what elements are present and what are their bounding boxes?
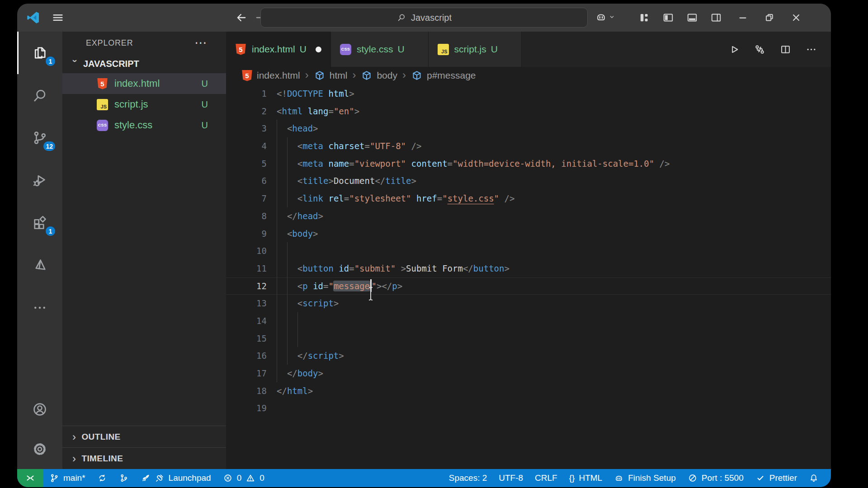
line-number[interactable]: 11 xyxy=(226,260,267,277)
line-number[interactable]: 19 xyxy=(226,399,267,417)
line-number[interactable]: 10 xyxy=(226,242,267,260)
line-content[interactable] xyxy=(267,399,277,417)
status-copilot-setup[interactable]: Finish Setup xyxy=(608,469,682,487)
timeline-section[interactable]: › TIMELINE xyxy=(62,447,226,469)
status-remote[interactable] xyxy=(17,469,43,487)
toggle-panel-icon[interactable] xyxy=(686,12,698,23)
line-number[interactable]: 9 xyxy=(226,225,267,243)
line-content[interactable]: <meta name="viewport" content="width=dev… xyxy=(267,155,670,173)
code-line-7[interactable]: 7 <link rel="stylesheet" href="style.css… xyxy=(226,190,831,207)
breadcrumb-item-body[interactable]: body xyxy=(361,70,397,81)
file-index.html[interactable]: 5index.htmlU xyxy=(62,73,226,94)
status-problems[interactable]: 00 xyxy=(217,469,270,487)
activity-settings[interactable] xyxy=(17,429,62,469)
code-line-2[interactable]: 2<html lang="en"> xyxy=(226,103,831,120)
line-content[interactable]: <link rel="stylesheet" href="style.css" … xyxy=(267,190,514,207)
line-content[interactable]: </body> xyxy=(267,365,323,382)
line-number[interactable]: 14 xyxy=(226,312,267,330)
status-sync[interactable] xyxy=(91,469,113,487)
line-number[interactable]: 12 xyxy=(226,277,267,295)
run-file-icon[interactable] xyxy=(728,43,740,56)
code-line-14[interactable]: 14 xyxy=(226,312,831,330)
activity-source-control[interactable]: 12 xyxy=(17,117,62,159)
status-scm-graph[interactable] xyxy=(113,469,135,487)
toggle-secondary-sidebar-icon[interactable] xyxy=(710,12,722,23)
more-actions-icon[interactable] xyxy=(805,43,817,56)
line-content[interactable]: <body> xyxy=(267,225,318,243)
activity-prism[interactable] xyxy=(17,244,62,286)
code-line-1[interactable]: 1<!DOCTYPE html> xyxy=(226,85,831,103)
line-content[interactable]: <html lang="en"> xyxy=(267,103,359,120)
code-line-18[interactable]: 18</html> xyxy=(226,382,831,400)
tab-index.html[interactable]: 5index.htmlU xyxy=(226,32,331,67)
activity-search[interactable] xyxy=(17,74,62,117)
line-content[interactable] xyxy=(267,242,277,260)
code-line-8[interactable]: 8 </head> xyxy=(226,207,831,225)
line-content[interactable]: <meta charset="UTF-8" /> xyxy=(267,137,421,155)
code-line-16[interactable]: 16 </script> xyxy=(226,347,831,365)
line-content[interactable]: </html> xyxy=(267,382,313,400)
status-language-mode[interactable]: {}HTML xyxy=(563,469,608,487)
breadcrumb-item-html[interactable]: html xyxy=(314,70,348,81)
code-line-15[interactable]: 15 xyxy=(226,330,831,347)
outline-section[interactable]: › OUTLINE xyxy=(62,426,226,447)
status-indentation[interactable]: Spaces: 2 xyxy=(443,469,493,487)
code-line-17[interactable]: 17 </body> xyxy=(226,365,831,382)
status-eol[interactable]: CRLF xyxy=(529,469,563,487)
line-content[interactable] xyxy=(267,312,277,330)
activity-run-debug[interactable] xyxy=(17,159,62,202)
status-prettier[interactable]: Prettier xyxy=(750,469,803,487)
status-live-server-port[interactable]: Port : 5500 xyxy=(682,469,750,487)
activity-explorer[interactable]: 1 xyxy=(17,32,62,74)
status-notifications[interactable] xyxy=(803,469,825,487)
link-text[interactable]: style.css xyxy=(448,193,494,203)
line-number[interactable]: 17 xyxy=(226,365,267,382)
restore-icon[interactable] xyxy=(764,12,775,23)
copilot-button[interactable] xyxy=(595,11,616,23)
line-content[interactable]: <button id="submit" >Submit Form</button… xyxy=(267,260,509,277)
tab-script.js[interactable]: JSscript.jsU xyxy=(429,32,522,67)
code-line-10[interactable]: 10 xyxy=(226,242,831,260)
line-number[interactable]: 13 xyxy=(226,295,267,312)
line-content[interactable] xyxy=(267,330,277,347)
code-line-9[interactable]: 9 <body> xyxy=(226,225,831,243)
activity-more[interactable] xyxy=(17,286,62,329)
line-number[interactable]: 15 xyxy=(226,330,267,347)
folder-javascript[interactable]: › JAVASCRIPT xyxy=(62,54,226,73)
split-editor-icon[interactable] xyxy=(779,43,792,56)
code-editor[interactable]: 1<!DOCTYPE html>2<html lang="en">3 <head… xyxy=(226,84,831,469)
customize-layout-icon[interactable] xyxy=(638,12,650,23)
line-number[interactable]: 2 xyxy=(226,103,267,120)
code-line-12[interactable]: 12 <p id="message"></p> xyxy=(226,277,831,295)
minimize-icon[interactable] xyxy=(737,12,749,23)
code-line-5[interactable]: 5 <meta name="viewport" content="width=d… xyxy=(226,155,831,173)
code-line-13[interactable]: 13 <script> xyxy=(226,295,831,312)
file-style.css[interactable]: CSSstyle.cssU xyxy=(62,115,226,136)
line-number[interactable]: 3 xyxy=(226,120,267,137)
activity-account[interactable] xyxy=(17,389,62,429)
activity-extensions[interactable]: 1 xyxy=(17,202,62,244)
status-git-branch[interactable]: main* xyxy=(43,469,91,487)
line-number[interactable]: 6 xyxy=(226,172,267,190)
search-input[interactable]: Javascript xyxy=(260,8,588,28)
tab-style.css[interactable]: CSSstyle.cssU xyxy=(331,32,429,67)
back-icon[interactable] xyxy=(235,11,248,24)
file-script.js[interactable]: JSscript.jsU xyxy=(62,94,226,115)
line-content[interactable]: <script> xyxy=(267,295,339,312)
close-icon[interactable] xyxy=(790,12,802,23)
breadcrumb-item-index.html[interactable]: 5index.html xyxy=(241,70,300,81)
toggle-sidebar-icon[interactable] xyxy=(662,12,674,23)
line-number[interactable]: 4 xyxy=(226,137,267,155)
line-content[interactable]: </head> xyxy=(267,207,323,225)
explorer-more-actions[interactable]: ⋯ xyxy=(194,41,214,45)
menu-icon[interactable] xyxy=(52,11,64,24)
code-line-19[interactable]: 19 xyxy=(226,399,831,417)
line-content[interactable]: <!DOCTYPE html> xyxy=(267,85,354,103)
line-content[interactable]: <title>Document</title> xyxy=(267,172,416,190)
code-line-4[interactable]: 4 <meta charset="UTF-8" /> xyxy=(226,137,831,155)
code-line-11[interactable]: 11 <button id="submit" >Submit Form</but… xyxy=(226,260,831,277)
status-launchpad[interactable]: Launchpad xyxy=(135,469,217,487)
line-content[interactable]: </script> xyxy=(267,347,344,365)
line-number[interactable]: 5 xyxy=(226,155,267,173)
line-number[interactable]: 8 xyxy=(226,207,267,225)
